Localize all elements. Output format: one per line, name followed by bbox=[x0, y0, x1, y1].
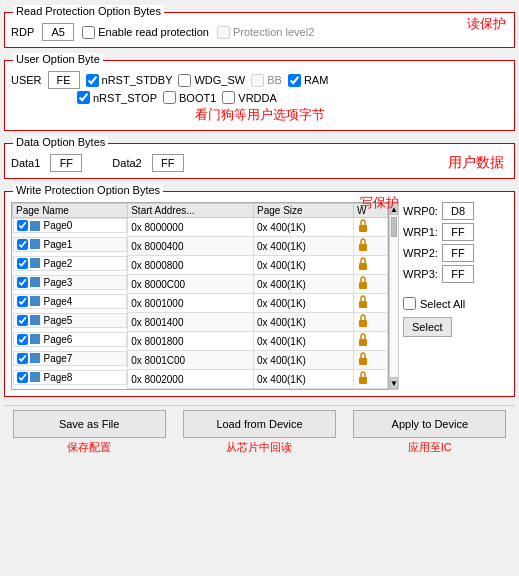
wp-page-checkbox[interactable] bbox=[17, 258, 28, 269]
lock-icon bbox=[357, 352, 369, 366]
nrst-stdby-checkbox[interactable] bbox=[86, 74, 99, 87]
select-all-label: Select All bbox=[420, 298, 465, 310]
user-label: USER bbox=[11, 74, 42, 86]
wp-page-checkbox[interactable] bbox=[17, 239, 28, 250]
wp-page-name: Page3 bbox=[44, 277, 73, 288]
protection-level2-checkbox[interactable] bbox=[217, 26, 230, 39]
ram-text: RAM bbox=[304, 74, 328, 86]
data2-input[interactable] bbox=[152, 154, 184, 172]
nrst-stop-checkbox[interactable] bbox=[77, 91, 90, 104]
data1-input[interactable] bbox=[50, 154, 82, 172]
wp-table-with-scroll: Page Name Start Addres... Page Size W Pa… bbox=[11, 202, 399, 390]
wdg-sw-checkbox[interactable] bbox=[178, 74, 191, 87]
scrollbar-down-btn[interactable]: ▼ bbox=[390, 377, 398, 389]
protection-level2-checkbox-label[interactable]: Protection level2 bbox=[217, 26, 314, 39]
boot1-checkbox[interactable] bbox=[163, 91, 176, 104]
table-row: Page30x 8000C000x 400(1K) bbox=[13, 275, 388, 294]
load-section: Load from Device 从芯片中回读 bbox=[174, 410, 344, 455]
lock-icon bbox=[357, 333, 369, 347]
data-option-title: Data Option Bytes bbox=[13, 136, 108, 148]
wp-lock-cell bbox=[354, 351, 388, 370]
select-button[interactable]: Select bbox=[403, 317, 452, 337]
svg-rect-0 bbox=[359, 225, 367, 232]
wp-page-checkbox[interactable] bbox=[17, 277, 28, 288]
bottom-buttons: Save as File 保存配置 Load from Device 从芯片中回… bbox=[4, 405, 515, 455]
select-all-checkbox[interactable] bbox=[403, 297, 416, 310]
wp-right-panel: WRP0: WRP1: WRP2: WRP3: bbox=[403, 202, 508, 390]
wp-page-size: 0x 400(1K) bbox=[254, 332, 354, 351]
lock-icon bbox=[357, 257, 369, 271]
wp-lock-cell bbox=[354, 313, 388, 332]
read-protection-group: Read Protection Option Bytes 读保护 RDP Ena… bbox=[4, 12, 515, 48]
wp-page-checkbox[interactable] bbox=[17, 372, 28, 383]
wp-page-checkbox[interactable] bbox=[17, 220, 28, 231]
write-protection-group: Write Protection Option Bytes 写保护 Page N… bbox=[4, 191, 515, 397]
wrp0-row: WRP0: bbox=[403, 202, 508, 220]
apply-to-device-button[interactable]: Apply to Device bbox=[353, 410, 506, 438]
wp-page-name: Page7 bbox=[44, 353, 73, 364]
enable-read-protection-checkbox[interactable] bbox=[82, 26, 95, 39]
lock-icon bbox=[357, 371, 369, 385]
wp-page-name-cell: Page3 bbox=[13, 275, 128, 290]
wp-start-addr: 0x 8001C00 bbox=[128, 351, 254, 370]
col-page-size: Page Size bbox=[254, 204, 354, 218]
col-start-addr: Start Addres... bbox=[128, 204, 254, 218]
wp-page-name: Page6 bbox=[44, 334, 73, 345]
table-row: Page80x 80020000x 400(1K) bbox=[13, 370, 388, 389]
data1-label: Data1 bbox=[11, 157, 40, 169]
wrp1-input[interactable] bbox=[442, 223, 474, 241]
ram-checkbox[interactable] bbox=[288, 74, 301, 87]
wp-page-checkbox[interactable] bbox=[17, 334, 28, 345]
bb-label[interactable]: BB bbox=[251, 74, 282, 87]
wrp1-row: WRP1: bbox=[403, 223, 508, 241]
apply-section: Apply to Device 应用至IC bbox=[345, 410, 515, 455]
page-icon bbox=[30, 353, 40, 363]
protection-level2-label: Protection level2 bbox=[233, 26, 314, 38]
page-icon bbox=[30, 296, 40, 306]
wp-start-addr: 0x 8000400 bbox=[128, 237, 254, 256]
wp-page-name-cell: Page2 bbox=[13, 256, 128, 271]
boot1-label[interactable]: BOOT1 bbox=[163, 91, 216, 104]
user-opt-row2: nRST_STOP BOOT1 VRDDA bbox=[11, 91, 508, 104]
nrst-stop-text: nRST_STOP bbox=[93, 92, 157, 104]
write-protection-annotation: 写保护 bbox=[360, 194, 399, 212]
wp-page-size: 0x 400(1K) bbox=[254, 370, 354, 389]
wp-page-checkbox[interactable] bbox=[17, 296, 28, 307]
wrp3-label: WRP3: bbox=[403, 268, 438, 280]
ram-label[interactable]: RAM bbox=[288, 74, 328, 87]
load-from-device-button[interactable]: Load from Device bbox=[183, 410, 336, 438]
wdg-sw-label[interactable]: WDG_SW bbox=[178, 74, 245, 87]
vrdda-checkbox[interactable] bbox=[222, 91, 235, 104]
wp-page-checkbox[interactable] bbox=[17, 353, 28, 364]
wp-start-addr: 0x 8000800 bbox=[128, 256, 254, 275]
load-annotation: 从芯片中回读 bbox=[226, 440, 292, 455]
rdp-input[interactable] bbox=[42, 23, 74, 41]
wp-table-section: Page Name Start Addres... Page Size W Pa… bbox=[11, 202, 399, 390]
main-container: Read Protection Option Bytes 读保护 RDP Ena… bbox=[0, 0, 519, 459]
wrp2-input[interactable] bbox=[442, 244, 474, 262]
wp-scrollbar[interactable]: ▲ ▼ bbox=[389, 202, 399, 390]
wp-page-size: 0x 400(1K) bbox=[254, 256, 354, 275]
user-input[interactable] bbox=[48, 71, 80, 89]
nrst-stdby-label[interactable]: nRST_STDBY bbox=[86, 74, 173, 87]
wp-page-checkbox[interactable] bbox=[17, 315, 28, 326]
svg-rect-1 bbox=[359, 244, 367, 251]
enable-read-protection-checkbox-label[interactable]: Enable read protection bbox=[82, 26, 209, 39]
scrollbar-thumb[interactable] bbox=[391, 217, 397, 237]
save-as-file-button[interactable]: Save as File bbox=[13, 410, 166, 438]
wrp3-input[interactable] bbox=[442, 265, 474, 283]
wdg-sw-text: WDG_SW bbox=[194, 74, 245, 86]
page-icon bbox=[30, 221, 40, 231]
wp-lock-cell bbox=[354, 256, 388, 275]
table-row: Page40x 80010000x 400(1K) bbox=[13, 294, 388, 313]
wrp0-input[interactable] bbox=[442, 202, 474, 220]
nrst-stop-label[interactable]: nRST_STOP bbox=[77, 91, 157, 104]
wp-table-wrapper: Page Name Start Addres... Page Size W Pa… bbox=[11, 202, 389, 390]
user-option-rows: USER nRST_STDBY WDG_SW BB RAM bbox=[11, 71, 508, 124]
wp-table: Page Name Start Addres... Page Size W Pa… bbox=[12, 203, 388, 389]
svg-rect-6 bbox=[359, 339, 367, 346]
vrdda-label[interactable]: VRDDA bbox=[222, 91, 277, 104]
bb-checkbox[interactable] bbox=[251, 74, 264, 87]
table-row: Page10x 80004000x 400(1K) bbox=[13, 237, 388, 256]
data-opt-row: Data1 Data2 bbox=[11, 154, 508, 172]
